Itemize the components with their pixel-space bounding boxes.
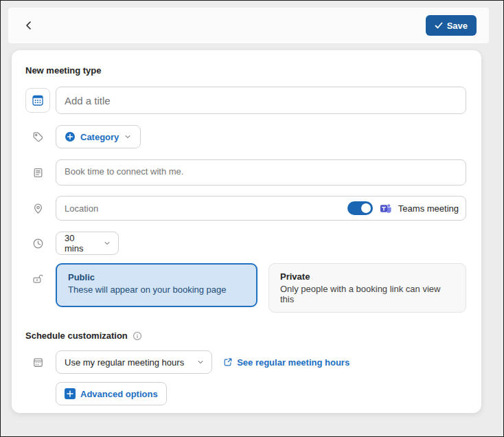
page-title: New meeting type xyxy=(25,65,466,76)
public-option-title: Public xyxy=(68,272,245,282)
category-row: Category xyxy=(25,125,466,148)
schedule-heading-label: Schedule customization xyxy=(25,330,128,341)
external-link-icon xyxy=(223,357,233,367)
advanced-options-label: Advanced options xyxy=(80,389,158,399)
teams-meeting-label: Teams meeting xyxy=(398,203,459,214)
meeting-type-form: New meeting type Category xyxy=(12,50,481,413)
private-option-title: Private xyxy=(280,271,455,282)
description-row xyxy=(25,159,466,186)
visibility-row: Public These will appear on your booking… xyxy=(25,263,466,313)
location-input[interactable] xyxy=(65,203,341,214)
toggle-knob xyxy=(361,203,371,213)
visibility-option-public[interactable]: Public These will appear on your booking… xyxy=(56,263,257,307)
category-button-label: Category xyxy=(80,132,119,142)
see-regular-hours-link[interactable]: See regular meeting hours xyxy=(223,357,350,368)
duration-value: 30 mins xyxy=(65,233,91,254)
location-row: Teams meeting xyxy=(25,196,466,221)
advanced-options-row: Advanced options xyxy=(25,382,466,405)
title-input[interactable] xyxy=(56,87,466,114)
teams-logo-icon xyxy=(379,202,392,215)
duration-select[interactable]: 30 mins xyxy=(56,232,119,255)
teams-meeting-toggle[interactable] xyxy=(347,201,373,215)
clock-icon xyxy=(25,238,50,249)
public-option-description: These will appear on your booking page xyxy=(68,284,245,295)
calendar-icon xyxy=(31,93,45,107)
schedule-calendar-icon xyxy=(25,357,50,368)
back-button[interactable] xyxy=(21,17,37,34)
plus-square-icon xyxy=(65,388,76,399)
lock-open-icon xyxy=(25,273,50,284)
title-row xyxy=(25,87,466,114)
meeting-icon-picker-button[interactable] xyxy=(25,88,50,113)
info-icon[interactable] xyxy=(133,331,142,341)
duration-row: 30 mins xyxy=(25,232,466,255)
location-pin-icon xyxy=(25,203,50,214)
top-toolbar: Save xyxy=(8,8,489,43)
description-input[interactable] xyxy=(56,159,466,186)
private-option-description: Only people with a booking link can view… xyxy=(280,284,455,304)
checkmark-icon xyxy=(435,21,443,30)
schedule-hours-row: Use my regular meeting hours See regular… xyxy=(25,350,466,374)
meeting-hours-select[interactable]: Use my regular meeting hours xyxy=(56,350,212,374)
category-button[interactable]: Category xyxy=(56,125,141,148)
meeting-hours-value: Use my regular meeting hours xyxy=(65,357,184,368)
save-button-label: Save xyxy=(447,21,468,31)
schedule-customization-heading: Schedule customization xyxy=(25,330,466,341)
save-button[interactable]: Save xyxy=(426,15,477,36)
chevron-down-icon xyxy=(103,239,111,247)
see-regular-hours-label: See regular meeting hours xyxy=(237,357,350,368)
description-note-icon xyxy=(25,167,50,179)
advanced-options-button[interactable]: Advanced options xyxy=(56,382,167,405)
plus-circle-icon xyxy=(65,131,76,142)
visibility-option-private[interactable]: Private Only people with a booking link … xyxy=(268,263,466,313)
chevron-down-icon xyxy=(124,133,132,141)
tag-icon xyxy=(25,131,50,143)
chevron-down-icon xyxy=(196,358,205,366)
chevron-left-icon xyxy=(24,21,34,30)
app-window: Save New meeting type Category xyxy=(0,0,504,437)
location-field: Teams meeting xyxy=(56,196,466,221)
